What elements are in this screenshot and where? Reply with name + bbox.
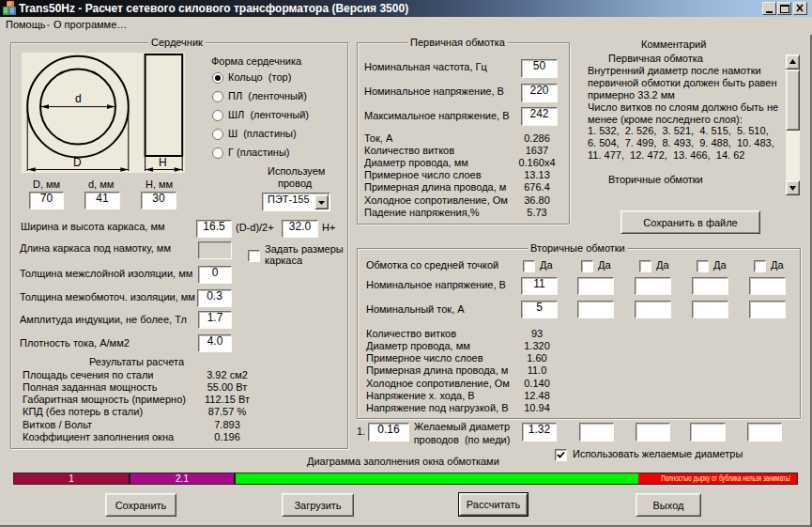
svg-text:D: D <box>73 156 82 169</box>
svg-text:d: d <box>75 92 82 105</box>
svg-text:H: H <box>159 156 167 169</box>
